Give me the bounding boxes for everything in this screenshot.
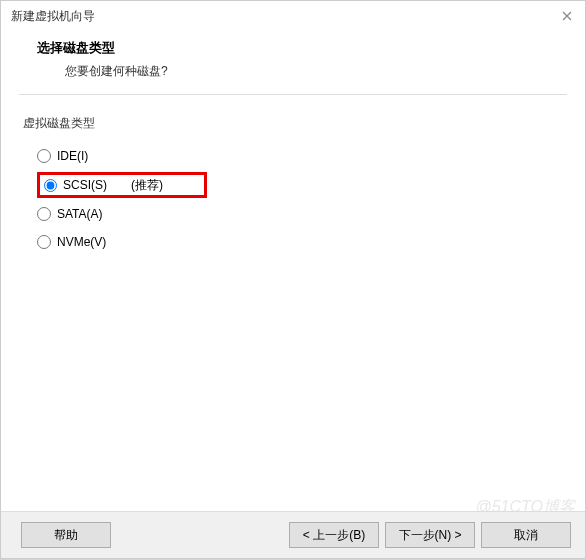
close-icon xyxy=(562,11,572,21)
close-button[interactable] xyxy=(557,6,577,26)
radio-scsi-label[interactable]: SCSI(S) xyxy=(63,178,107,192)
back-button[interactable]: < 上一步(B) xyxy=(289,522,379,548)
help-button[interactable]: 帮助 xyxy=(21,522,111,548)
wizard-footer: 帮助 < 上一步(B) 下一步(N) > 取消 xyxy=(1,511,585,558)
radio-ide[interactable] xyxy=(37,149,51,163)
page-heading: 选择磁盘类型 xyxy=(37,39,565,57)
cancel-button[interactable]: 取消 xyxy=(481,522,571,548)
radio-scsi[interactable] xyxy=(44,179,57,192)
disk-type-radio-group: IDE(I) SCSI(S) (推荐) SATA(A) NVMe(V) xyxy=(19,142,567,256)
next-button[interactable]: 下一步(N) > xyxy=(385,522,475,548)
radio-sata-label[interactable]: SATA(A) xyxy=(57,207,103,221)
radio-sata[interactable] xyxy=(37,207,51,221)
wizard-header: 选择磁盘类型 您要创建何种磁盘? xyxy=(1,31,585,94)
disk-type-group-label: 虚拟磁盘类型 xyxy=(19,115,567,132)
recommended-tag: (推荐) xyxy=(131,177,163,194)
titlebar: 新建虚拟机向导 xyxy=(1,1,585,31)
window-title: 新建虚拟机向导 xyxy=(11,8,95,25)
recommended-highlight: SCSI(S) (推荐) xyxy=(37,172,207,198)
radio-nvme-label[interactable]: NVMe(V) xyxy=(57,235,106,249)
content-area: 虚拟磁盘类型 IDE(I) SCSI(S) (推荐) SATA(A) NVMe(… xyxy=(19,94,567,256)
radio-ide-label[interactable]: IDE(I) xyxy=(57,149,88,163)
radio-row-sata: SATA(A) xyxy=(37,200,567,228)
page-subtext: 您要创建何种磁盘? xyxy=(37,63,565,80)
radio-nvme[interactable] xyxy=(37,235,51,249)
radio-row-nvme: NVMe(V) xyxy=(37,228,567,256)
radio-row-ide: IDE(I) xyxy=(37,142,567,170)
